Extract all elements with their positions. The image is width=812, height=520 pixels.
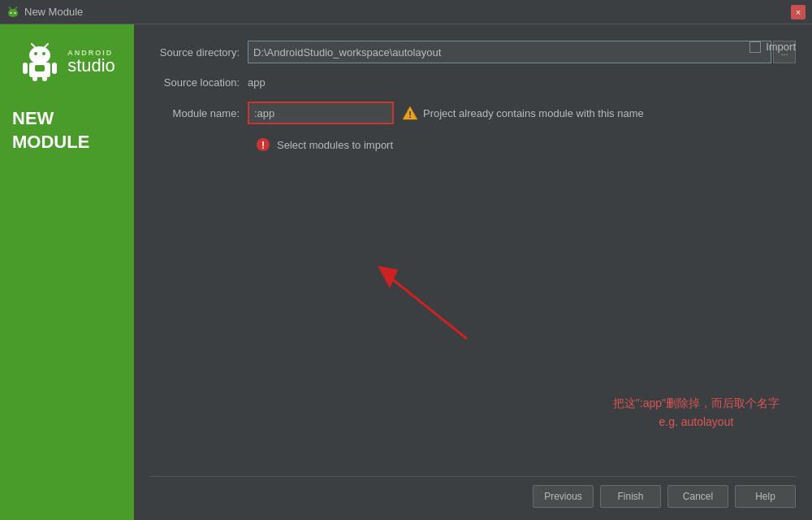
source-directory-label: Source directory: [150, 46, 248, 58]
svg-marker-22 [378, 266, 398, 288]
annotation-line1: 把这":app"删除掉，而后取个名字 [613, 394, 780, 412]
svg-rect-14 [32, 76, 37, 81]
title-bar-left: New Module [6, 6, 83, 19]
main-layout: ANDROID studio NEW MODULE Import Source … [0, 24, 812, 520]
svg-line-9 [32, 44, 35, 47]
source-location-value: app [248, 76, 266, 89]
source-directory-input[interactable] [248, 41, 771, 63]
import-checkbox-area: Import [749, 41, 796, 53]
svg-text:!: ! [261, 140, 265, 151]
close-button[interactable]: × [791, 5, 806, 20]
warning-icon: ! [402, 105, 418, 121]
red-arrow-annotation [361, 258, 524, 358]
right-panel: Import Source directory: ... Source loca… [134, 24, 812, 520]
svg-rect-12 [23, 63, 28, 74]
warning-message: Project already contains module with thi… [423, 107, 644, 119]
svg-point-2 [11, 12, 12, 14]
module-name-label: Module name: [150, 107, 248, 119]
svg-line-21 [386, 274, 467, 339]
svg-rect-15 [42, 76, 47, 81]
source-location-row: Source location: app [150, 76, 796, 89]
source-location-label: Source location: [150, 76, 248, 89]
svg-line-10 [45, 44, 48, 47]
svg-text:!: ! [408, 110, 412, 119]
svg-rect-13 [52, 63, 57, 74]
cancel-button[interactable]: Cancel [667, 485, 728, 508]
import-checkbox[interactable] [749, 41, 761, 53]
svg-point-7 [34, 52, 37, 55]
finish-button[interactable]: Finish [600, 485, 661, 508]
title-bar-title: New Module [24, 6, 83, 18]
previous-button[interactable]: Previous [533, 485, 594, 508]
svg-line-4 [10, 7, 11, 9]
annotation-line2: e.g. autolayout [613, 413, 780, 431]
error-row: ! Select modules to import [256, 137, 796, 152]
help-button[interactable]: Help [735, 485, 796, 508]
android-icon-small [6, 6, 19, 19]
studio-text: ANDROID studio [67, 49, 115, 75]
module-name-row: Module name: ! Project already contains … [150, 102, 796, 124]
import-label: Import [766, 41, 796, 53]
module-name-input[interactable] [248, 102, 394, 124]
android-logo-area: ANDROID studio [19, 41, 115, 83]
left-panel: ANDROID studio NEW MODULE [0, 24, 134, 520]
bottom-bar: Previous Finish Cancel Help [150, 476, 796, 512]
studio-label: studio [67, 57, 115, 75]
source-directory-row: Source directory: ... [150, 41, 796, 63]
warning-area: ! Project already contains module with t… [402, 105, 644, 121]
annotation-text-area: 把这":app"删除掉，而后取个名字 e.g. autolayout [613, 394, 780, 431]
new-module-heading: NEW MODULE [0, 91, 134, 154]
error-icon: ! [256, 137, 270, 152]
svg-point-8 [42, 52, 45, 55]
title-bar: New Module × [0, 0, 812, 24]
svg-rect-1 [9, 12, 17, 16]
svg-point-6 [29, 46, 50, 64]
svg-rect-16 [35, 65, 45, 72]
svg-point-3 [15, 12, 16, 14]
android-robot-icon [19, 41, 61, 83]
error-message: Select modules to import [277, 139, 393, 151]
svg-line-5 [15, 7, 17, 9]
